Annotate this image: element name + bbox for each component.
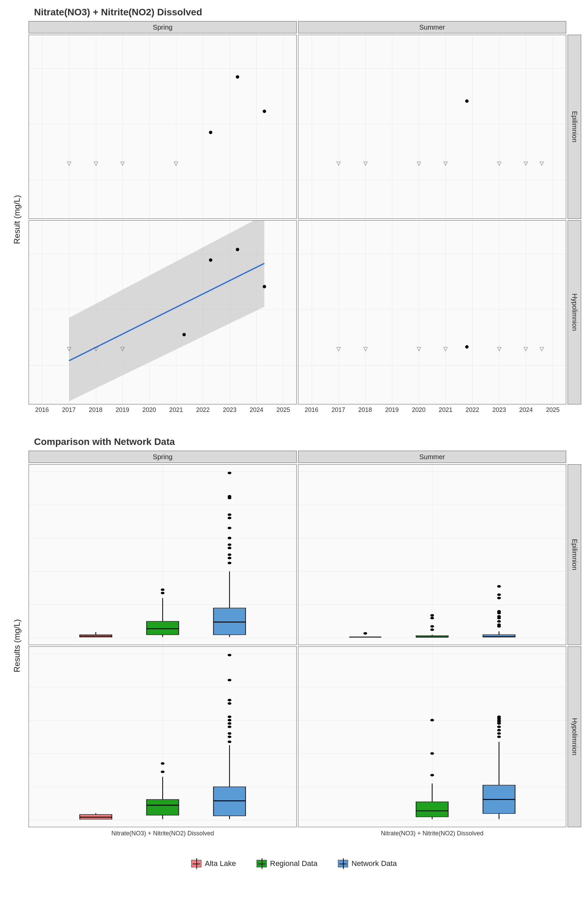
svg-point-75 xyxy=(430,752,434,755)
box-col-summer: Summer xyxy=(298,451,566,463)
panel-summer-hypo: ▽▽▽▽▽▽▽ xyxy=(298,220,566,404)
scatter-chart-section: Nitrate(NO3) + Nitrite(NO2) Dissolved Sp… xyxy=(7,7,581,423)
svg-point-43 xyxy=(497,615,501,618)
svg-point-9 xyxy=(161,588,164,591)
svg-point-80 xyxy=(497,736,501,738)
chart2-ylabel: Results (mg/L) xyxy=(7,464,27,827)
svg-point-69 xyxy=(228,679,231,681)
row-strip-epi: Epilimnion xyxy=(568,35,581,219)
svg-rect-58 xyxy=(213,787,246,816)
svg-point-48 xyxy=(497,585,501,588)
svg-point-76 xyxy=(430,719,434,721)
svg-point-20 xyxy=(228,517,231,519)
svg-point-35 xyxy=(430,614,434,616)
svg-point-65 xyxy=(228,719,231,721)
box-panel-spring-hypo: 0.00.10.20.30.40.5 xyxy=(29,647,297,827)
box-col-spring: Spring xyxy=(29,451,297,463)
svg-point-13 xyxy=(228,562,231,564)
svg-point-83 xyxy=(497,726,501,728)
svg-point-41 xyxy=(497,620,501,622)
svg-point-81 xyxy=(497,732,501,735)
chart1-grid: Spring Summer Result (mg/L) ▽▽▽▽0.000.01… xyxy=(7,21,581,423)
svg-point-70 xyxy=(228,654,231,656)
svg-rect-72 xyxy=(416,802,448,817)
panel-spring-epi: ▽▽▽▽0.000.010.02 xyxy=(29,35,297,219)
col-strip-spring: Spring xyxy=(29,21,297,33)
chart1-xaxis-left: 2016201720182019202020212022202320242025 xyxy=(29,406,297,423)
legend-swatch-regional xyxy=(257,860,267,867)
row-strip-hypo: Hypolimnion xyxy=(568,220,581,404)
svg-point-8 xyxy=(161,592,164,594)
svg-point-14 xyxy=(228,557,231,559)
svg-point-17 xyxy=(228,543,231,546)
svg-point-19 xyxy=(228,527,231,529)
svg-point-46 xyxy=(497,597,501,599)
svg-point-28 xyxy=(363,632,367,635)
svg-rect-6 xyxy=(147,621,179,635)
svg-point-66 xyxy=(228,716,231,718)
legend-swatch-alta xyxy=(191,860,202,867)
chart2-xaxis-left: Nitrate(NO3) + Nitrite(NO2) Dissolved xyxy=(29,829,297,845)
legend-item-alta: Alta Lake xyxy=(191,859,236,868)
svg-rect-11 xyxy=(213,608,246,635)
svg-point-74 xyxy=(430,774,434,776)
box-row-hypo: Hypolimnion xyxy=(568,647,581,827)
svg-point-82 xyxy=(497,729,501,731)
svg-point-61 xyxy=(228,736,231,738)
svg-point-64 xyxy=(228,722,231,725)
svg-point-68 xyxy=(228,699,231,701)
svg-point-16 xyxy=(228,547,231,549)
legend-swatch-network xyxy=(338,860,348,867)
box-panel-summer-hypo xyxy=(298,647,566,827)
svg-point-56 xyxy=(161,762,164,765)
svg-point-47 xyxy=(497,593,501,596)
chart1-ylabel: Result (mg/L) xyxy=(7,35,27,404)
chart2-xaxis-right: Nitrate(NO3) + Nitrite(NO2) Dissolved xyxy=(298,829,566,845)
chart2-grid: Spring Summer Results (mg/L) 0.00.10.20.… xyxy=(7,451,581,845)
chart1-title: Nitrate(NO3) + Nitrite(NO2) Dissolved xyxy=(34,7,581,18)
boxplot-chart-section: Comparison with Network Data Spring Summ… xyxy=(7,436,581,845)
box-row-epi: Epilimnion xyxy=(568,464,581,645)
panel-summer-epi: ▽▽▽▽▽▽▽ xyxy=(298,35,566,219)
svg-point-55 xyxy=(161,771,164,773)
chart1-xaxis-right: 2016201720182019202020212022202320242025 xyxy=(298,406,566,423)
svg-point-40 xyxy=(497,624,501,626)
svg-rect-53 xyxy=(147,800,179,815)
svg-point-63 xyxy=(228,726,231,728)
col-strip-summer: Summer xyxy=(298,21,566,33)
svg-point-18 xyxy=(228,537,231,539)
svg-point-23 xyxy=(228,495,231,497)
svg-point-45 xyxy=(497,610,501,613)
chart2-title: Comparison with Network Data xyxy=(34,436,581,447)
svg-marker-0 xyxy=(69,221,264,401)
svg-point-15 xyxy=(228,553,231,556)
svg-point-62 xyxy=(228,732,231,735)
box-panel-summer-epi xyxy=(298,464,566,645)
legend: Alta Lake Regional Data Network Data xyxy=(7,859,581,868)
legend-item-network: Network Data xyxy=(338,859,397,868)
box-panel-spring-epi: 0.00.10.20.30.40.5 xyxy=(29,464,297,645)
legend-item-regional: Regional Data xyxy=(257,859,317,868)
svg-point-32 xyxy=(430,628,434,631)
svg-point-60 xyxy=(228,740,231,743)
panel-spring-hypo: ▽▽▽0.000.010.02 xyxy=(29,220,297,404)
svg-point-67 xyxy=(228,702,231,705)
svg-point-34 xyxy=(430,617,434,619)
svg-point-88 xyxy=(497,716,501,718)
svg-point-21 xyxy=(228,513,231,516)
svg-point-33 xyxy=(430,625,434,627)
svg-point-24 xyxy=(228,472,231,474)
